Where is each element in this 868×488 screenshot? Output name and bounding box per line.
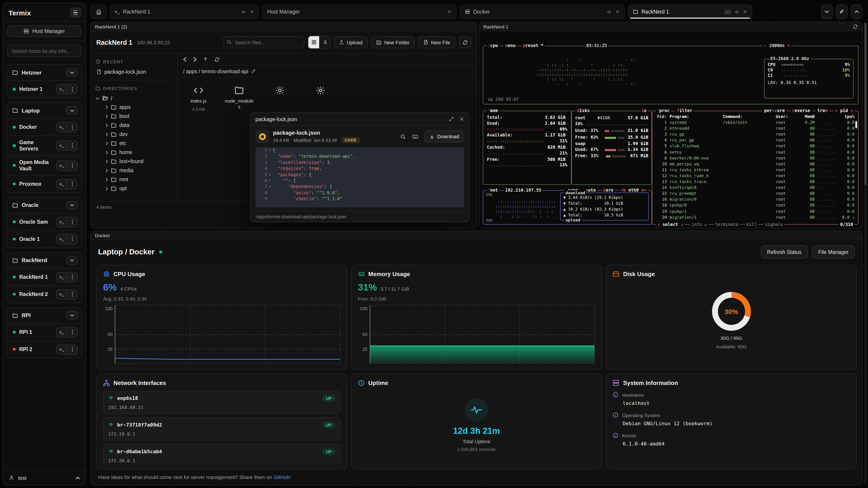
expand-icon[interactable] (449, 117, 454, 122)
tree-root[interactable]: / (95, 94, 173, 103)
host-menu-button[interactable] (67, 141, 77, 151)
host-item[interactable]: RPI 1 >_ (7, 323, 81, 340)
host-item[interactable]: RackNerd 2 >_ (7, 285, 81, 302)
host-item[interactable]: Hetzner 1 >_ (7, 80, 81, 98)
network-interface-row[interactable]: br-73718f7a09d2 UP 172.19.0.1 (103, 418, 340, 441)
host-menu-button[interactable] (67, 345, 77, 354)
open-terminal-button[interactable]: >_ (57, 85, 67, 94)
host-menu-button[interactable] (67, 85, 77, 94)
open-terminal-button[interactable]: >_ (57, 141, 67, 151)
open-terminal-button[interactable]: >_ (57, 123, 67, 132)
tree-directory[interactable]: home (95, 148, 173, 157)
tree-directory[interactable]: opt (95, 184, 173, 193)
group-header[interactable]: RackNerd (7, 252, 81, 268)
back-icon[interactable] (183, 57, 187, 62)
user-menu[interactable]: test (3, 470, 86, 485)
group-collapse-button[interactable] (66, 256, 78, 265)
group-collapse-button[interactable] (66, 68, 78, 77)
host-manager-button[interactable]: Host Manager (7, 25, 81, 37)
new-folder-button[interactable]: New Folder (371, 36, 415, 48)
file-manager-button[interactable]: File Manager (812, 246, 855, 258)
file-search-input[interactable] (223, 36, 304, 48)
open-terminal-button[interactable]: >_ (57, 289, 67, 299)
host-item[interactable]: Game Servers >_ (7, 135, 81, 156)
file-tile-config[interactable] (306, 86, 335, 95)
scrollbar-thumb[interactable] (864, 23, 867, 185)
group-header[interactable]: Oracle (7, 197, 81, 213)
refresh-files-button[interactable] (459, 36, 471, 48)
close-icon[interactable] (743, 9, 747, 14)
code-viewer[interactable]: 1∨{ 2 "name": "termix-download-api", 3 "… (255, 147, 464, 207)
group-header[interactable]: Hetzner (7, 65, 81, 80)
list-view-button[interactable] (319, 36, 330, 48)
group-collapse-button[interactable] (66, 201, 78, 209)
edit-path-icon[interactable] (251, 69, 256, 74)
tab-racknerd1-terminal[interactable]: >_ RackNerd 1 (110, 4, 259, 19)
host-item[interactable]: Oracle Sam >_ (7, 213, 81, 230)
refresh-icon[interactable] (214, 57, 220, 62)
tab-docker[interactable]: Docker (460, 4, 625, 19)
open-terminal-button[interactable]: >_ (57, 217, 67, 227)
open-terminal-button[interactable]: >_ (57, 327, 67, 337)
close-icon[interactable] (447, 9, 452, 14)
search-in-file-icon[interactable] (400, 133, 406, 139)
close-icon[interactable] (615, 9, 620, 14)
terminal-screen[interactable]: ¹cpu menu preset * 03:31:25 - 2000ms + ·… (479, 31, 862, 229)
host-menu-button[interactable] (67, 161, 77, 170)
recent-file-item[interactable]: package-lock.json (95, 67, 173, 79)
open-terminal-button[interactable]: >_ (57, 179, 67, 189)
host-item[interactable]: Oracle 1 >_ (7, 230, 81, 248)
tree-directory[interactable]: lost+found (95, 157, 173, 166)
expand-tabs-button[interactable] (851, 4, 863, 19)
tree-directory[interactable]: dev (95, 130, 173, 139)
group-header[interactable]: RPI (7, 307, 81, 323)
host-item[interactable]: RPI 2 >_ (7, 340, 81, 358)
file-tile-config[interactable] (266, 86, 294, 95)
up-directory-icon[interactable] (203, 57, 208, 62)
network-interface-row[interactable]: enp6s18 UP 192.168.68.11 (103, 391, 340, 414)
tree-directory[interactable]: mnt (95, 175, 173, 184)
open-terminal-button[interactable]: >_ (57, 345, 67, 354)
tree-directory[interactable]: boot (95, 111, 173, 121)
file-tile-indexjs[interactable]: index.js 4.3 KB (184, 86, 213, 111)
host-menu-button[interactable] (67, 179, 77, 189)
download-button[interactable]: Download (425, 131, 464, 142)
split-view-icon[interactable] (241, 9, 246, 14)
sidebar-menu-icon[interactable] (70, 8, 81, 18)
upload-button[interactable]: Upload (334, 36, 368, 48)
host-item[interactable]: RackNerd 1 >_ (7, 268, 81, 285)
tree-directory[interactable]: data (95, 121, 173, 130)
group-collapse-button[interactable] (66, 106, 78, 115)
forward-icon[interactable] (193, 57, 197, 62)
file-tile-node-modules[interactable]: node_modules (225, 86, 254, 109)
collapse-tabs-button[interactable] (821, 4, 833, 19)
open-terminal-button[interactable]: >_ (57, 234, 67, 244)
host-menu-button[interactable] (67, 123, 77, 132)
split-view-icon[interactable] (607, 9, 612, 14)
tree-directory[interactable]: media (95, 166, 173, 175)
chevron-up-icon[interactable] (75, 477, 80, 479)
home-tab[interactable] (90, 4, 107, 19)
host-menu-button[interactable] (67, 289, 77, 299)
grid-view-button[interactable] (308, 36, 319, 48)
group-collapse-button[interactable] (66, 311, 78, 320)
group-header[interactable]: Laptop (7, 103, 81, 119)
window-scrollbar[interactable] (864, 23, 867, 484)
close-icon[interactable] (250, 9, 254, 14)
split-view-icon[interactable] (734, 9, 739, 14)
tab-racknerd1-files[interactable]: RackNerd 1 (2) (628, 4, 752, 19)
network-interface-row[interactable]: br-d6abe1b5cab4 UP 172.20.0.1 (103, 444, 340, 463)
host-menu-button[interactable] (67, 327, 77, 337)
feather-icon[interactable] (836, 4, 848, 19)
host-item[interactable]: Docker >_ (7, 119, 81, 135)
open-terminal-button[interactable]: >_ (57, 272, 67, 282)
open-terminal-button[interactable]: >_ (57, 161, 67, 170)
keyboard-icon[interactable] (412, 133, 418, 139)
reconnect-icon[interactable] (852, 24, 858, 29)
tree-directory[interactable]: etc (95, 139, 173, 148)
host-menu-button[interactable] (67, 217, 77, 227)
host-search-input[interactable] (7, 45, 81, 57)
tree-directory[interactable]: apps (95, 103, 173, 111)
github-link[interactable]: GitHub! (274, 475, 291, 480)
refresh-status-button[interactable]: Refresh Status (761, 246, 808, 258)
